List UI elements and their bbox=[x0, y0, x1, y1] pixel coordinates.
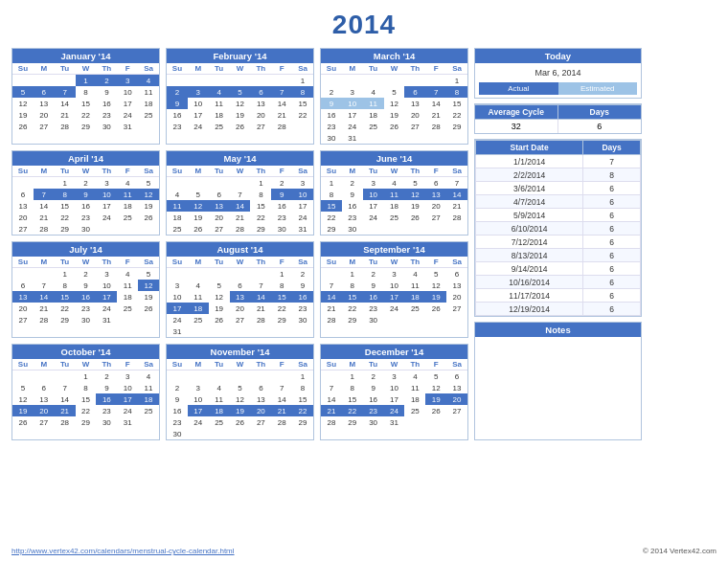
cal-cell bbox=[230, 428, 251, 439]
cal-cell: 21 bbox=[321, 303, 342, 314]
cal-cell: 29 bbox=[250, 223, 271, 235]
cal-cell bbox=[404, 416, 425, 428]
cal-cell: 20 bbox=[12, 303, 34, 314]
cal-cell: 18 bbox=[188, 303, 209, 314]
year-title: 2014 bbox=[11, 10, 717, 40]
cal-cell: 29 bbox=[342, 314, 363, 325]
dow-label: F bbox=[425, 166, 446, 177]
month-header-9: September '14 bbox=[321, 242, 467, 257]
cycle-table-row: 6/10/20146 bbox=[476, 222, 641, 236]
cal-cell: 5 bbox=[230, 382, 251, 393]
cal-cell: 3 bbox=[384, 268, 405, 280]
notes-header: Notes bbox=[475, 323, 641, 337]
dow-label: W bbox=[230, 166, 251, 177]
cal-cell: 1 bbox=[446, 75, 467, 86]
cal-cell bbox=[250, 370, 271, 382]
cal-cell: 3 bbox=[188, 382, 209, 393]
footer-link[interactable]: http://www.vertex42.com/calendars/menstr… bbox=[11, 547, 235, 555]
cal-cell: 2 bbox=[96, 370, 117, 382]
cal-cell: 29 bbox=[55, 314, 76, 325]
cycle-start: 5/9/2014 bbox=[476, 209, 583, 222]
cal-cell: 17 bbox=[188, 405, 209, 416]
dow-label: W bbox=[230, 63, 251, 75]
dow-label: Tu bbox=[55, 63, 76, 75]
dow-label: Sa bbox=[446, 257, 467, 268]
cal-grid-3: SuMTuWThFSa12345678910111213141516171819… bbox=[321, 63, 467, 144]
cal-cell: 17 bbox=[292, 200, 313, 212]
cal-cell: 10 bbox=[188, 393, 209, 405]
cal-cell: 17 bbox=[342, 109, 363, 121]
dow-label: F bbox=[117, 257, 138, 268]
cal-cell: 9 bbox=[321, 98, 342, 109]
cal-grid-2: SuMTuWThFSa12345678910111213141516171819… bbox=[167, 63, 313, 132]
cal-cell: 6 bbox=[34, 382, 55, 393]
cal-cell: 12 bbox=[209, 291, 230, 303]
cal-cell: 6 bbox=[209, 189, 230, 200]
cal-cell: 6 bbox=[250, 382, 271, 393]
cal-cell: 8 bbox=[292, 382, 313, 393]
cal-cell: 4 bbox=[188, 280, 209, 291]
cal-cell: 16 bbox=[363, 291, 384, 303]
cal-cell bbox=[384, 75, 405, 86]
cal-cell: 3 bbox=[384, 370, 405, 382]
cal-cell: 12 bbox=[230, 393, 251, 405]
cal-cell bbox=[342, 75, 363, 86]
cal-cell: 14 bbox=[230, 200, 251, 212]
cal-cell: 8 bbox=[342, 382, 363, 393]
dow-label: Sa bbox=[292, 359, 313, 370]
right-panel: Today Mar 6, 2014 Actual Estimated Avera… bbox=[474, 48, 642, 440]
cal-cell: 21 bbox=[446, 200, 467, 212]
cal-cell: 6 bbox=[34, 86, 55, 98]
cal-cell: 23 bbox=[167, 121, 188, 132]
dow-label: Th bbox=[250, 257, 271, 268]
cal-cell: 17 bbox=[117, 98, 138, 109]
dow-label: Sa bbox=[446, 166, 467, 177]
cal-cell: 9 bbox=[167, 98, 188, 109]
cal-cell: 24 bbox=[384, 303, 405, 314]
cal-cell bbox=[271, 428, 292, 439]
cal-cell bbox=[117, 223, 138, 235]
cal-cell: 23 bbox=[96, 109, 117, 121]
cal-cell: 4 bbox=[117, 268, 138, 280]
cal-cell: 19 bbox=[209, 303, 230, 314]
cal-grid-1: SuMTuWThFSa12345678910111213141516171819… bbox=[12, 63, 159, 132]
cal-cell: 8 bbox=[55, 189, 76, 200]
cal-cell: 1 bbox=[342, 268, 363, 280]
dow-label: M bbox=[34, 257, 55, 268]
cal-cell: 25 bbox=[404, 405, 425, 416]
dow-label: F bbox=[117, 166, 138, 177]
cal-cell: 25 bbox=[363, 121, 384, 132]
cal-cell: 6 bbox=[446, 370, 467, 382]
cal-cell: 7 bbox=[55, 382, 76, 393]
cycle-start: 3/6/2014 bbox=[476, 182, 583, 195]
cal-cell: 31 bbox=[117, 416, 138, 428]
cal-cell: 16 bbox=[321, 109, 342, 121]
cal-cell: 22 bbox=[76, 405, 97, 416]
cal-cell: 30 bbox=[271, 223, 292, 235]
cal-cell bbox=[292, 428, 313, 439]
cal-cell: 2 bbox=[167, 382, 188, 393]
dow-label: Su bbox=[167, 257, 188, 268]
cal-cell: 29 bbox=[271, 314, 292, 325]
dow-label: W bbox=[230, 359, 251, 370]
cal-cell bbox=[404, 132, 425, 144]
cal-cell bbox=[292, 121, 313, 132]
cal-cell: 27 bbox=[230, 314, 251, 325]
dow-label: Tu bbox=[209, 257, 230, 268]
cal-cell: 19 bbox=[138, 291, 159, 303]
cal-cell: 17 bbox=[363, 200, 384, 212]
cal-cell bbox=[404, 75, 425, 86]
cal-cell: 22 bbox=[292, 109, 313, 121]
cal-grid-11: SuMTuWThFSa12345678910111213141516171819… bbox=[167, 359, 313, 439]
cal-cell: 15 bbox=[55, 200, 76, 212]
dow-label: M bbox=[34, 166, 55, 177]
dow-label: Sa bbox=[446, 63, 467, 75]
today-header: Today bbox=[475, 49, 641, 63]
month-header-1: January '14 bbox=[12, 49, 159, 63]
cal-cell: 29 bbox=[292, 416, 313, 428]
cal-cell: 28 bbox=[34, 314, 55, 325]
cal-cell bbox=[55, 75, 76, 86]
cal-cell bbox=[425, 132, 446, 144]
cycle-table-row: 4/7/20146 bbox=[476, 195, 641, 209]
dow-label: Th bbox=[96, 257, 117, 268]
